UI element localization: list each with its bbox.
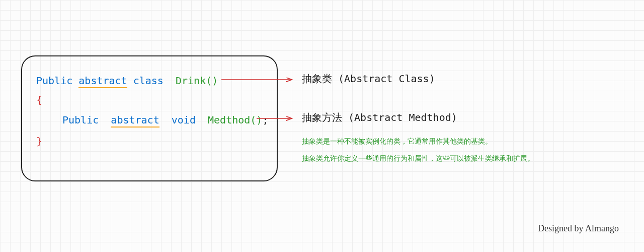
- signature: Designed by Almango: [538, 223, 619, 234]
- keyword-public: Public: [36, 75, 72, 87]
- method-name: Medthod(): [208, 114, 262, 126]
- keyword-class: class: [133, 75, 164, 87]
- class-name: Drink(): [176, 75, 218, 87]
- keyword-abstract-2: abstract: [111, 114, 159, 128]
- keyword-public-2: Public: [62, 114, 99, 126]
- brace-open: {: [36, 93, 42, 107]
- code-line-3: Public abstract void Medthod();: [62, 113, 268, 127]
- arrow-to-abstract-method: [257, 114, 297, 124]
- explanation-2: 抽象类允许你定义一些通用的行为和属性，这些可以被派生类继承和扩展。: [302, 154, 534, 163]
- arrow-to-abstract-class: [221, 76, 297, 86]
- keyword-abstract: abstract: [78, 75, 127, 88]
- label-abstract-method: 抽象方法 (Abstract Medthod): [302, 111, 457, 124]
- label-abstract-class: 抽象类 (Abstract Class): [302, 72, 435, 86]
- code-box: Public abstract class Drink() { Public a…: [21, 55, 278, 181]
- brace-close: }: [36, 134, 42, 148]
- keyword-void: void: [172, 114, 196, 126]
- code-line-1: Public abstract class Drink(): [36, 74, 218, 88]
- explanation-1: 抽象类是一种不能被实例化的类，它通常用作其他类的基类。: [302, 137, 492, 146]
